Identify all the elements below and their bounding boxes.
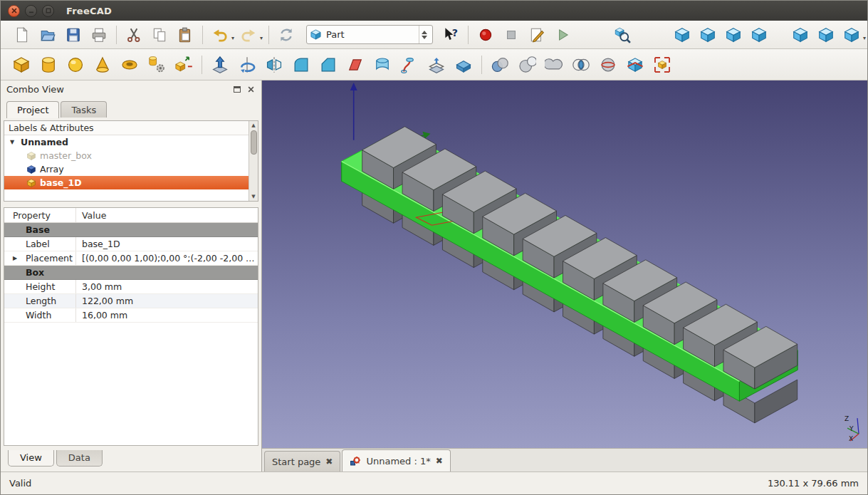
redo-icon[interactable] — [236, 24, 261, 46]
expander-icon[interactable]: ▶ — [4, 255, 26, 261]
open-document-icon[interactable] — [36, 24, 60, 46]
view-bottom-icon[interactable] — [814, 24, 838, 46]
part-fillet-icon[interactable] — [288, 52, 314, 78]
part-ruled-surface-icon[interactable] — [370, 52, 395, 78]
view-top-icon[interactable] — [721, 24, 746, 46]
part-offset-icon[interactable] — [424, 52, 449, 78]
property-column-header: Property — [4, 208, 76, 222]
paste-icon[interactable] — [173, 24, 197, 46]
part-compound-icon[interactable] — [649, 52, 675, 78]
mdi-area: Z Y X Start page ✖ Unnamed : 1* ✖ — [262, 80, 867, 471]
refresh-icon[interactable] — [274, 24, 298, 46]
toolbar-separator — [468, 26, 469, 44]
workbench-selector[interactable]: Part — [306, 25, 433, 44]
view-front-icon[interactable] — [696, 24, 720, 46]
part-primitives-icon[interactable] — [144, 52, 169, 78]
property-value[interactable]: [(0,00 0,00 1,00);0,00 °;(-2,00 -2,00 … — [76, 251, 258, 265]
tree-item-master-box[interactable]: master_box — [4, 149, 258, 162]
property-group-box[interactable]: Box — [4, 266, 258, 280]
part-cylinder-icon[interactable] — [36, 52, 61, 78]
tab-start-page[interactable]: Start page ✖ — [264, 451, 340, 471]
part-cut-icon[interactable] — [514, 52, 540, 78]
tree-item-array[interactable]: Array — [4, 162, 258, 176]
window-maximize-button[interactable] — [42, 5, 54, 17]
part-shape-builder-icon[interactable] — [171, 52, 197, 78]
part-section-icon[interactable] — [595, 52, 621, 78]
macro-record-icon[interactable] — [474, 24, 498, 46]
part-box-icon[interactable] — [9, 52, 34, 78]
property-view-tabs: View Data — [1, 450, 261, 471]
close-icon[interactable]: ✖ — [436, 456, 443, 466]
tab-project[interactable]: Project — [6, 101, 59, 118]
panel-float-button[interactable] — [232, 85, 242, 94]
property-row-placement[interactable]: ▶Placement [(0,00 0,00 1,00);0,00 °;(-2,… — [4, 251, 258, 266]
part-make-face-icon[interactable] — [343, 52, 368, 78]
part-union-icon[interactable] — [541, 52, 567, 78]
property-row-height[interactable]: Height 3,00 mm — [4, 280, 258, 294]
part-sphere-icon[interactable] — [63, 52, 88, 78]
workbench-spinner[interactable] — [419, 26, 429, 43]
macro-stop-icon[interactable] — [499, 24, 523, 46]
redo-dropdown-icon[interactable]: ▾ — [260, 35, 263, 41]
part-sweep-icon[interactable] — [397, 52, 422, 78]
property-name: Length — [4, 294, 76, 308]
scrollbar-thumb[interactable] — [251, 130, 257, 155]
property-name: Width — [4, 308, 76, 322]
zoom-fit-all-icon[interactable] — [610, 24, 634, 46]
property-value[interactable]: base_1D — [76, 237, 258, 251]
tree-header: Labels & Attributes — [4, 121, 258, 135]
property-row-width[interactable]: Width 16,00 mm — [4, 308, 258, 323]
panel-close-button[interactable] — [246, 85, 256, 94]
part-thickness-icon[interactable] — [451, 52, 476, 78]
property-value[interactable]: 3,00 mm — [76, 280, 258, 293]
undo-dropdown-icon[interactable]: ▾ — [231, 35, 234, 41]
tab-unnamed-document[interactable]: Unnamed : 1* ✖ — [342, 449, 450, 471]
property-row-label[interactable]: Label base_1D — [4, 237, 258, 251]
view-axonometric-icon[interactable] — [670, 24, 694, 46]
tree-item-label: Unnamed — [21, 137, 68, 147]
property-value[interactable]: 16,00 mm — [76, 308, 258, 322]
new-document-icon[interactable] — [10, 24, 34, 46]
cut-icon[interactable] — [122, 24, 146, 46]
property-value[interactable]: 122,00 mm — [76, 294, 258, 308]
view-rear-icon[interactable] — [788, 24, 812, 46]
expander-icon[interactable]: ▼ — [10, 139, 21, 145]
whats-this-icon[interactable] — [439, 24, 463, 46]
part-cone-icon[interactable] — [90, 52, 115, 78]
save-icon[interactable] — [61, 24, 85, 46]
macro-edit-icon[interactable] — [525, 24, 549, 46]
close-icon[interactable]: ✖ — [325, 457, 333, 467]
scroll-up-icon[interactable]: ▲ — [251, 121, 255, 130]
view-right-icon[interactable] — [747, 24, 771, 46]
part-revolve-icon[interactable] — [234, 52, 260, 78]
scroll-down-icon[interactable]: ▼ — [251, 192, 255, 201]
spinner-up-icon — [422, 31, 427, 34]
copy-icon[interactable] — [147, 24, 172, 46]
window-close-button[interactable] — [8, 5, 20, 17]
tree-scrollbar[interactable]: ▲ ▼ — [249, 121, 258, 201]
views-dropdown-icon[interactable]: ▾ — [863, 35, 866, 41]
part-intersection-icon[interactable] — [568, 52, 594, 78]
tab-data[interactable]: Data — [56, 450, 103, 467]
tree-item-base-1d[interactable]: base_1D — [4, 176, 258, 189]
3d-viewport[interactable]: Z Y X — [262, 80, 867, 448]
property-group-base[interactable]: Base — [4, 223, 258, 237]
undo-icon[interactable] — [208, 24, 232, 46]
property-row-length[interactable]: Length 122,00 mm — [4, 294, 258, 308]
tree-item-unnamed[interactable]: ▼ Unnamed — [4, 135, 258, 149]
tab-view[interactable]: View — [8, 450, 54, 467]
part-mirror-icon[interactable] — [261, 52, 287, 78]
tab-tasks[interactable]: Tasks — [61, 101, 107, 118]
window-minimize-button[interactable] — [25, 5, 37, 17]
part-boolean-icon[interactable] — [487, 52, 513, 78]
part-torus-icon[interactable] — [117, 52, 142, 78]
tab-data-label: Data — [68, 452, 90, 463]
print-icon[interactable] — [87, 24, 111, 46]
macro-execute-icon[interactable] — [550, 24, 575, 46]
part-cross-sections-icon[interactable] — [622, 52, 648, 78]
array-feature-icon — [26, 165, 36, 174]
part-extrude-icon[interactable] — [207, 52, 233, 78]
part-chamfer-icon[interactable] — [315, 52, 341, 78]
view-left-icon[interactable] — [840, 24, 864, 46]
window-titlebar[interactable]: FreeCAD — [1, 1, 867, 21]
